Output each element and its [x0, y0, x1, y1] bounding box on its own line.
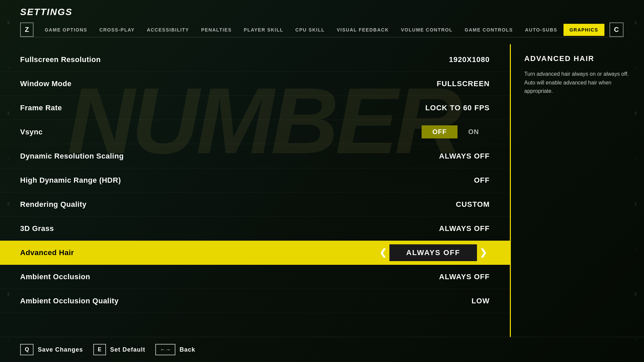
- tab-player-skill[interactable]: PLAYER SKILL: [238, 24, 289, 36]
- tab-auto-subs[interactable]: AUTO-SUBS: [519, 24, 563, 36]
- vsync-toggle[interactable]: OFF ON: [422, 125, 490, 138]
- back-button[interactable]: ←→ Back: [155, 344, 195, 355]
- arrow-left-icon[interactable]: ❮: [377, 247, 389, 258]
- setting-name: Fullscreen Resolution: [20, 55, 449, 64]
- setting-name: 3D Grass: [20, 224, 439, 233]
- setting-value: OFF: [474, 176, 490, 185]
- back-label: Back: [179, 346, 195, 353]
- info-panel: ADVANCED HAIR Turn advanced hair always …: [510, 44, 644, 337]
- setting-row-ambient-occlusion[interactable]: Ambient Occlusion ALWAYS OFF: [0, 265, 510, 289]
- setting-value: FULLSCREEN: [437, 79, 490, 88]
- advanced-hair-selector[interactable]: ❮ ALWAYS OFF ❯: [377, 244, 490, 261]
- setting-row-frame-rate[interactable]: Frame Rate LOCK TO 60 FPS: [0, 96, 510, 120]
- setting-value: ALWAYS OFF: [439, 152, 490, 161]
- header: SETTINGS Z GAME OPTIONS CROSS-PLAY ACCES…: [0, 0, 644, 38]
- setting-row-vsync[interactable]: Vsync OFF ON: [0, 120, 510, 144]
- nav-tabs: Z GAME OPTIONS CROSS-PLAY ACCESSIBILITY …: [20, 22, 624, 38]
- toggle-on-option[interactable]: ON: [458, 125, 490, 138]
- tab-cpu-skill[interactable]: CPU SKILL: [289, 24, 331, 36]
- setting-row-rendering-quality[interactable]: Rendering Quality CUSTOM: [0, 192, 510, 217]
- setting-row-3d-grass[interactable]: 3D Grass ALWAYS OFF: [0, 217, 510, 241]
- tab-volume-control[interactable]: VOLUME CONTROL: [395, 24, 459, 36]
- save-changes-button[interactable]: Q Save Changes: [20, 344, 83, 355]
- default-key: E: [93, 344, 106, 355]
- setting-row-hdr[interactable]: High Dynamic Range (HDR) OFF: [0, 168, 510, 192]
- setting-value: LOCK TO 60 FPS: [425, 104, 490, 112]
- bottom-toolbar: Q Save Changes E Set Default ←→ Back: [0, 337, 644, 362]
- setting-name: Frame Rate: [20, 104, 425, 112]
- tab-game-controls[interactable]: GAME CONTROLS: [459, 24, 519, 36]
- main-content: Fullscreen Resolution 1920X1080 Window M…: [0, 38, 644, 337]
- setting-value: CUSTOM: [456, 200, 490, 209]
- setting-name: Ambient Occlusion Quality: [20, 297, 472, 305]
- setting-name: Window Mode: [20, 79, 437, 88]
- toggle-off-option[interactable]: OFF: [422, 125, 458, 138]
- set-default-button[interactable]: E Set Default: [93, 344, 146, 355]
- setting-value: ALWAYS OFF: [439, 224, 490, 233]
- tab-cross-play[interactable]: CROSS-PLAY: [93, 24, 141, 36]
- info-title: ADVANCED HAIR: [524, 54, 631, 63]
- setting-row-ambient-occlusion-quality[interactable]: Ambient Occlusion Quality LOW: [0, 289, 510, 313]
- setting-name: Ambient Occlusion: [20, 273, 439, 281]
- setting-name: Vsync: [20, 128, 422, 136]
- nav-bracket-left[interactable]: Z: [20, 22, 34, 37]
- tab-accessibility[interactable]: ACCESSIBILITY: [141, 24, 195, 36]
- default-label: Set Default: [110, 346, 145, 353]
- back-key: ←→: [155, 344, 175, 355]
- tab-penalties[interactable]: PENALTIES: [195, 24, 238, 36]
- tab-game-options[interactable]: GAME OPTIONS: [39, 24, 93, 36]
- ui-container: SETTINGS Z GAME OPTIONS CROSS-PLAY ACCES…: [0, 0, 644, 362]
- save-label: Save Changes: [38, 346, 83, 353]
- info-description: Turn advanced hair always on or always o…: [524, 70, 631, 96]
- save-key: Q: [20, 344, 34, 355]
- tab-graphics[interactable]: GRAPHICS: [564, 24, 604, 36]
- setting-value: 1920X1080: [449, 55, 490, 64]
- setting-row-window-mode[interactable]: Window Mode FULLSCREEN: [0, 72, 510, 96]
- setting-name: Advanced Hair: [20, 248, 377, 257]
- setting-name: High Dynamic Range (HDR): [20, 176, 474, 185]
- selected-value: ALWAYS OFF: [389, 244, 477, 261]
- settings-list: Fullscreen Resolution 1920X1080 Window M…: [0, 44, 510, 337]
- arrow-right-icon[interactable]: ❯: [477, 247, 490, 258]
- page-title: SETTINGS: [20, 7, 624, 17]
- setting-value: LOW: [472, 297, 490, 305]
- setting-name: Dynamic Resolution Scaling: [20, 152, 439, 161]
- setting-row-dynamic-resolution[interactable]: Dynamic Resolution Scaling ALWAYS OFF: [0, 144, 510, 168]
- setting-row-fullscreen-resolution[interactable]: Fullscreen Resolution 1920X1080: [0, 48, 510, 72]
- nav-bracket-right[interactable]: C: [609, 22, 624, 37]
- setting-name: Rendering Quality: [20, 200, 456, 209]
- tab-visual-feedback[interactable]: VISUAL FEEDBACK: [331, 24, 395, 36]
- setting-value: ALWAYS OFF: [439, 273, 490, 281]
- setting-row-advanced-hair[interactable]: Advanced Hair ❮ ALWAYS OFF ❯: [0, 241, 510, 265]
